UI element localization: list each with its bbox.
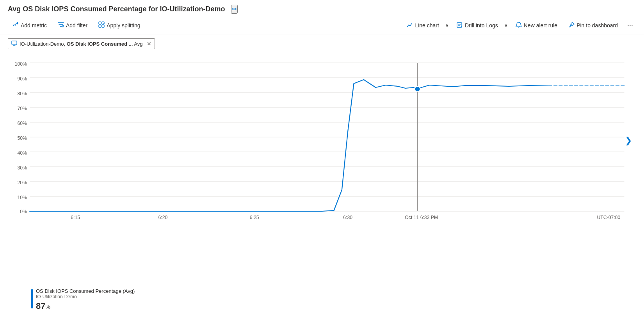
toolbar-separator-1 — [150, 21, 150, 30]
svg-text:80%: 80% — [17, 91, 27, 96]
metric-tag-resource: IO-Utilization-Demo, OS Disk IOPS Consum… — [20, 41, 143, 47]
legend-area: OS Disk IOPS Consumed Percentage (Avg) I… — [8, 284, 636, 315]
drill-into-logs-button[interactable]: Drill into Logs — [452, 20, 503, 32]
svg-rect-9 — [102, 25, 104, 27]
svg-text:6:15: 6:15 — [71, 215, 80, 220]
line-chart-label: Line chart — [415, 22, 439, 29]
chart-area: 100% 90% 80% 70% 60% 50% 40% 30% 20% 10%… — [0, 53, 644, 319]
svg-text:6:25: 6:25 — [250, 215, 259, 220]
line-chart-chevron[interactable]: ∨ — [444, 20, 450, 30]
svg-rect-18 — [12, 41, 17, 45]
apply-splitting-button[interactable]: Apply splitting — [94, 19, 145, 32]
chart-container: 100% 90% 80% 70% 60% 50% 40% 30% 20% 10%… — [8, 57, 636, 284]
new-alert-rule-label: New alert rule — [524, 22, 557, 29]
svg-text:UTC-07:00: UTC-07:00 — [597, 215, 620, 220]
svg-line-17 — [569, 27, 570, 27]
page-title: Avg OS Disk IOPS Consumed Percentage for… — [8, 5, 225, 13]
svg-point-0 — [17, 23, 18, 24]
apply-splitting-label: Apply splitting — [107, 22, 140, 29]
legend-text: OS Disk IOPS Consumed Percentage (Avg) I… — [36, 288, 135, 311]
metric-tag: IO-Utilization-Demo, OS Disk IOPS Consum… — [8, 38, 155, 49]
svg-rect-12 — [457, 23, 462, 27]
metric-tags-row: IO-Utilization-Demo, OS Disk IOPS Consum… — [0, 34, 644, 53]
svg-text:Oct 11 6:33 PM: Oct 11 6:33 PM — [405, 215, 438, 220]
legend-item: OS Disk IOPS Consumed Percentage (Avg) I… — [31, 288, 628, 311]
add-filter-label: Add filter — [66, 22, 87, 29]
legend-value: 87% — [36, 301, 135, 311]
drill-into-logs-chevron[interactable]: ∨ — [503, 20, 509, 30]
svg-text:100%: 100% — [15, 61, 27, 67]
edit-title-button[interactable]: ✏ — [231, 5, 238, 14]
drill-into-logs-icon — [457, 22, 463, 29]
line-chart-icon — [407, 22, 413, 29]
toolbar: Add metric Add filter — [0, 17, 644, 34]
svg-text:❯: ❯ — [625, 135, 632, 146]
new-alert-rule-icon — [516, 22, 522, 29]
legend-subtitle: IO-Utilization-Demo — [36, 294, 135, 299]
svg-text:40%: 40% — [17, 150, 27, 156]
toolbar-right: Line chart ∨ Drill into Logs — [402, 20, 636, 32]
pin-to-dashboard-button[interactable]: Pin to dashboard — [564, 20, 623, 32]
main-chart-svg: 100% 90% 80% 70% 60% 50% 40% 30% 20% 10%… — [8, 57, 636, 221]
pin-icon — [568, 22, 575, 29]
monitor-icon — [11, 40, 17, 47]
svg-point-50 — [415, 86, 420, 92]
more-options-button[interactable]: ··· — [624, 20, 636, 31]
svg-text:50%: 50% — [17, 135, 27, 141]
svg-rect-8 — [99, 25, 101, 27]
pin-to-dashboard-label: Pin to dashboard — [576, 22, 618, 29]
svg-text:6:30: 6:30 — [343, 215, 352, 220]
drill-into-logs-group: Drill into Logs ∨ — [452, 20, 509, 32]
add-metric-button[interactable]: Add metric — [8, 19, 52, 32]
add-filter-icon — [58, 21, 64, 29]
svg-rect-6 — [99, 22, 101, 24]
svg-text:20%: 20% — [17, 180, 27, 185]
svg-text:70%: 70% — [17, 106, 27, 111]
line-chart-group: Line chart ∨ — [402, 20, 450, 32]
svg-text:0%: 0% — [20, 209, 27, 214]
add-metric-label: Add metric — [21, 22, 47, 29]
svg-text:30%: 30% — [17, 165, 27, 171]
drill-into-logs-label: Drill into Logs — [465, 22, 498, 29]
svg-text:60%: 60% — [17, 121, 27, 126]
new-alert-rule-button[interactable]: New alert rule — [511, 20, 562, 32]
apply-splitting-icon — [98, 21, 105, 29]
svg-text:6:20: 6:20 — [158, 215, 168, 220]
line-chart-button[interactable]: Line chart — [402, 20, 443, 32]
legend-color-bar — [31, 289, 33, 308]
svg-text:10%: 10% — [17, 195, 27, 200]
add-filter-button[interactable]: Add filter — [53, 19, 92, 32]
chart-svg-wrapper: 100% 90% 80% 70% 60% 50% 40% 30% 20% 10%… — [8, 57, 636, 221]
legend-title: OS Disk IOPS Consumed Percentage (Avg) — [36, 288, 135, 294]
svg-text:90%: 90% — [17, 76, 27, 82]
metric-tag-close-button[interactable]: ✕ — [147, 41, 151, 47]
add-metric-icon — [12, 21, 19, 29]
